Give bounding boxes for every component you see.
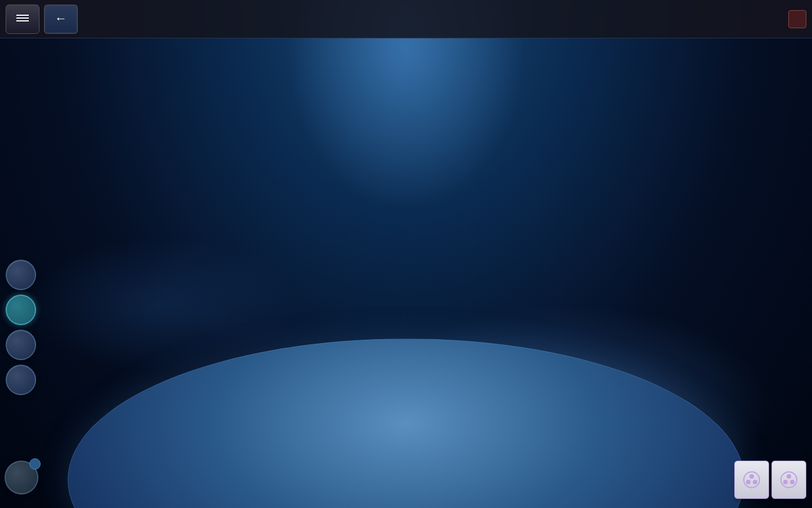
undo-tile-2[interactable] xyxy=(771,461,806,499)
hint-button[interactable] xyxy=(6,260,36,290)
svg-point-2 xyxy=(746,480,751,484)
settings-button[interactable] xyxy=(6,365,36,395)
score-stat xyxy=(504,10,508,28)
undo-area xyxy=(734,461,806,502)
close-button[interactable] xyxy=(788,10,806,28)
eye-button[interactable] xyxy=(6,295,36,325)
time-stat xyxy=(456,10,459,28)
undo-tile-1[interactable] xyxy=(734,461,769,499)
reshuffle-count xyxy=(29,458,41,470)
svg-point-1 xyxy=(749,474,754,479)
top-bar: ← xyxy=(0,0,812,38)
search-button[interactable] xyxy=(6,330,36,360)
left-toolbar xyxy=(6,260,36,395)
top-bar-left: ← xyxy=(6,5,78,34)
tiles-stat xyxy=(359,10,362,28)
back-button[interactable]: ← xyxy=(44,5,78,34)
svg-point-5 xyxy=(787,474,791,479)
svg-point-7 xyxy=(790,480,795,484)
svg-point-3 xyxy=(753,480,757,484)
reshuffle-area xyxy=(5,461,38,497)
matches-stat xyxy=(407,10,411,28)
undo-tiles xyxy=(734,461,806,499)
menu-button[interactable] xyxy=(6,5,39,34)
back-arrow-icon: ← xyxy=(55,12,67,25)
hamburger-icon xyxy=(16,15,29,21)
svg-point-6 xyxy=(783,480,788,484)
board-container xyxy=(0,48,812,508)
